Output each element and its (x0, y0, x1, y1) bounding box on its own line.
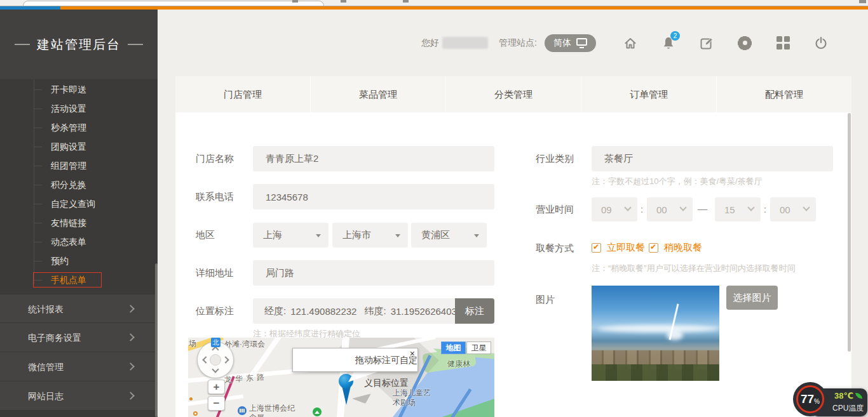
monitor-icon (576, 38, 587, 46)
tab-store-management[interactable]: 门店管理 (175, 76, 310, 112)
province-select[interactable]: 上海 (253, 223, 329, 248)
pan-up-icon[interactable] (212, 346, 219, 353)
pan-down-icon[interactable] (212, 366, 219, 373)
photo-cloud (598, 325, 719, 333)
open-hour-select[interactable]: 09 (592, 197, 637, 222)
photo-fountain-plume (667, 330, 683, 340)
cpu-temp-label: CPU温度 (832, 403, 864, 414)
sidebar-scrollbar[interactable] (155, 263, 158, 417)
location-label: 位置标注 (196, 305, 234, 317)
close-hour-select[interactable]: 15 (715, 197, 761, 222)
sidebar-item-dynamic-form[interactable]: 动态表单 (0, 232, 158, 251)
address-bar[interactable] (23, 1, 324, 6)
pickup-option-later[interactable]: 稍晚取餐 (649, 242, 702, 254)
tooltip-text: 拖动标注可自定义目标位置 (355, 348, 417, 394)
sidebar-section-statistics[interactable]: 统计报表 (0, 294, 158, 323)
choose-image-button[interactable]: 选择图片 (726, 286, 778, 310)
sidebar-item-card-gift[interactable]: 开卡即送 (0, 80, 158, 99)
apps-button[interactable] (775, 35, 790, 51)
industry-note: 注：字数不超过10个字，例：美食/粤菜/茶餐厅 (592, 176, 763, 187)
sidebar-item-reservation[interactable]: 预约 (0, 251, 158, 270)
close-icon[interactable]: × (410, 348, 415, 359)
browser-icon-fragment (403, 0, 409, 3)
tab-category-management[interactable]: 分类管理 (445, 76, 581, 112)
browser-chrome-strip (0, 0, 868, 6)
close-minute-select[interactable]: 00 (770, 197, 816, 222)
mark-location-button[interactable]: 标注 (455, 298, 494, 324)
tab-order-management[interactable]: 订单管理 (581, 76, 716, 112)
browser-icon-fragment (341, 0, 346, 3)
pickup-option-immediate[interactable]: 立即取餐 (592, 242, 645, 254)
manage-site-label: 管理站点: (499, 37, 537, 49)
zoom-in-button[interactable]: + (208, 380, 225, 394)
sidebar-item-custom-query[interactable]: 自定义查询 (0, 194, 158, 213)
tab-dish-management[interactable]: 菜品管理 (310, 76, 445, 112)
map-widget[interactable]: 场 外滩·湾環会 龙华东路 健康林 上海儿童艺术剧场 上海世博会纪念展 ♪ 拖动… (188, 338, 494, 417)
map-label-bund: 外滩·湾環会 (224, 339, 265, 350)
maptype-map-button[interactable]: 地图 (441, 341, 466, 354)
open-minute-select[interactable]: 00 (647, 197, 693, 222)
phone-input[interactable]: 12345678 (253, 184, 494, 209)
pan-left-icon[interactable] (202, 356, 209, 363)
sidebar-item-activity-settings[interactable]: 活动设置 (0, 99, 158, 118)
park-icon (313, 407, 322, 416)
location-input[interactable]: 经度: 121.490882232 纬度: 31.1952626403 标注 (253, 298, 494, 324)
caret-down-icon (395, 234, 400, 237)
section-label: 统计报表 (28, 304, 64, 314)
sidebar-item-label: 组团管理 (51, 161, 86, 171)
city-select[interactable]: 上海市 (332, 223, 408, 248)
sidebar-item-flash-sale[interactable]: 秒杀管理 (0, 118, 158, 137)
checkbox-immediate-pickup[interactable] (592, 243, 601, 253)
greeting-text: 您好 (421, 37, 439, 49)
settings-button[interactable] (737, 35, 752, 51)
screen: 建站管理后台 开卡即送 活动设置 秒杀管理 团购设置 组团管理 积分兑换 自定义… (0, 0, 868, 417)
time-colon: : (641, 204, 643, 215)
map-pin[interactable] (339, 374, 353, 388)
store-name-input[interactable]: 青青原上草2 (253, 146, 494, 171)
pan-right-icon[interactable] (222, 356, 229, 363)
sidebar-sections: 统计报表 电子商务设置 微信管理 网站日志 (0, 294, 158, 411)
sidebar-item-team-manage[interactable]: 组团管理 (0, 156, 158, 175)
zoom-out-button[interactable]: − (208, 396, 225, 411)
cpu-temp-widget[interactable]: 77 % 38℃ CPU温度 (796, 386, 867, 417)
map-label-road: 龙华东路 (224, 372, 268, 386)
industry-value: 茶餐厅 (604, 153, 633, 165)
caret-down-icon (316, 234, 321, 237)
content-scrollbar[interactable] (848, 113, 851, 352)
close-hour-value: 15 (724, 204, 735, 215)
longitude-label: 经度: (264, 305, 286, 317)
district-select[interactable]: 黄浦区 (411, 223, 487, 248)
sidebar-section-site-log[interactable]: 网站日志 (0, 381, 158, 411)
section-label: 网站日志 (28, 391, 64, 401)
address-input[interactable]: 局门路 (253, 260, 494, 286)
notifications-button[interactable]: 2 (661, 35, 676, 51)
app-title: 建站管理后台 (37, 36, 121, 53)
checkbox-later-pickup[interactable] (649, 243, 658, 253)
store-form-panel: 门店名称 青青原上草2 联系电话 12345678 地区 上海 上海市 黄浦区 … (175, 112, 851, 417)
chevron-right-icon (126, 392, 135, 400)
pan-center-knob[interactable] (210, 354, 221, 366)
chevron-down-icon (624, 204, 631, 211)
map-poi-dot (189, 397, 193, 400)
tab-ingredient-management[interactable]: 配料管理 (716, 76, 851, 112)
industry-input[interactable]: 茶餐厅 (592, 146, 833, 171)
sidebar-section-ecommerce[interactable]: 电子商务设置 (0, 323, 158, 352)
cpu-temp-row: 38℃ (834, 391, 862, 400)
sidebar-section-wechat[interactable]: 微信管理 (0, 352, 158, 381)
chevron-down-icon (747, 204, 754, 211)
open-minute-value: 00 (656, 204, 667, 215)
phone-value: 12345678 (266, 192, 308, 202)
logout-button[interactable] (813, 35, 829, 51)
hours-label: 营业时间 (536, 204, 574, 216)
map-label-expo: 上海世博会纪念展 (249, 404, 301, 417)
maptype-satellite-button[interactable]: 卫星 (466, 341, 491, 354)
sidebar-item-mobile-ordering[interactable]: 手机点单 (0, 270, 158, 289)
sidebar-item-friend-links[interactable]: 友情链接 (0, 213, 158, 232)
north-button[interactable]: 北 (211, 338, 220, 347)
language-label: 简体 (553, 37, 571, 49)
language-site-button[interactable]: 简体 (545, 34, 596, 52)
sidebar-item-group-buy[interactable]: 团购设置 (0, 137, 158, 156)
sidebar-item-points-exchange[interactable]: 积分兑换 (0, 175, 158, 194)
edit-button[interactable] (699, 35, 714, 51)
home-button[interactable] (623, 35, 638, 51)
